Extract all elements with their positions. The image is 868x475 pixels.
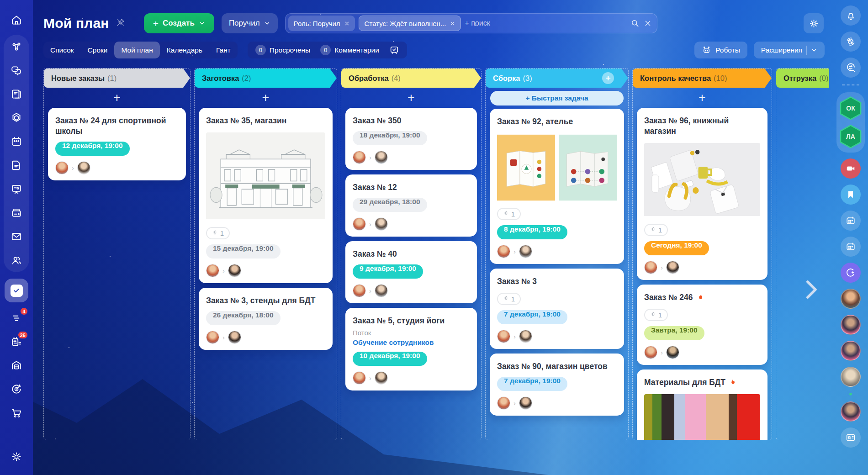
column-header[interactable]: Новые заказы (1) <box>44 69 183 88</box>
column-header[interactable]: Заготовка (2) <box>195 69 330 88</box>
kanban-card[interactable]: Заказ № 350 18 декабря, 19:00 › <box>345 108 477 170</box>
kanban-card[interactable]: Заказ № 12 29 декабря, 18:00 › <box>345 174 477 237</box>
create-button[interactable]: Создать <box>144 13 214 33</box>
robots-button[interactable]: Роботы <box>694 42 747 58</box>
creator-avatar[interactable] <box>206 331 219 344</box>
filter-chip-status[interactable]: Статус: Ждёт выполнен... <box>359 16 461 31</box>
kanban-card[interactable]: Заказ № 96, книжный магазин <box>637 108 767 280</box>
tab-deadlines[interactable]: Сроки <box>81 42 115 58</box>
video-call-button[interactable] <box>841 158 861 179</box>
sidebar-item-crm[interactable] <box>4 106 29 130</box>
kanban-card[interactable]: Заказ № 35, магазин <box>199 108 333 283</box>
assignee-avatar[interactable] <box>666 346 679 359</box>
sidebar-item-shop[interactable] <box>4 401 29 425</box>
sidebar-item-news[interactable] <box>4 82 29 106</box>
kanban-card[interactable]: Заказ № 246 1 Завтра, 19:00 › <box>637 285 767 365</box>
creator-avatar[interactable] <box>206 264 219 277</box>
contact-card-button[interactable] <box>841 428 861 448</box>
sidebar-item-tasks-active[interactable] <box>5 279 28 302</box>
chat-sync-button[interactable] <box>841 58 861 78</box>
add-task-button[interactable]: + <box>341 88 481 108</box>
overdue-counter[interactable]: 0 Просрочены <box>251 45 314 55</box>
creator-avatar[interactable] <box>353 217 366 231</box>
copilot-button[interactable] <box>841 263 861 283</box>
sidebar-item-drive[interactable] <box>4 201 29 225</box>
deadline-badge[interactable]: 18 декабря, 19:00 <box>353 131 427 145</box>
tab-my-plan[interactable]: Мой план <box>114 42 159 58</box>
kanban-card[interactable]: Заказ № 3 1 7 декабря, 19:00 › <box>490 269 624 349</box>
comments-counter[interactable]: 0 Комментарии <box>316 45 383 55</box>
attachments-chip[interactable]: 1 <box>644 309 668 321</box>
creator-avatar[interactable] <box>497 245 510 258</box>
add-task-button[interactable]: + <box>44 88 190 108</box>
kanban-card[interactable]: Заказ № 24 для спортивной школы 12 декаб… <box>48 108 186 180</box>
creator-avatar[interactable] <box>55 161 69 174</box>
tab-gantt[interactable]: Гант <box>209 42 238 58</box>
sidebar-item-whiteboard[interactable] <box>4 177 29 201</box>
assignee-avatar[interactable] <box>375 284 388 297</box>
notifications-button[interactable] <box>841 5 861 26</box>
kanban-card[interactable]: Заказ № 40 9 декабря, 19:00 › <box>345 241 477 303</box>
kanban-card[interactable]: Заказ № 5, студия йоги Поток Обучение со… <box>345 308 477 391</box>
sidebar-item-sales[interactable]: 4 <box>4 306 29 330</box>
deadline-badge[interactable]: 26 декабря, 18:00 <box>206 311 281 325</box>
remove-filter-icon[interactable] <box>450 21 455 26</box>
assignee-avatar[interactable] <box>375 217 388 231</box>
sidebar-item-messenger[interactable] <box>4 58 29 82</box>
attachments-chip[interactable]: 1 <box>497 293 521 305</box>
deadline-badge[interactable]: 10 декабря, 19:00 <box>353 352 427 366</box>
remove-filter-icon[interactable] <box>344 21 349 26</box>
focus-button[interactable] <box>841 32 861 52</box>
deadline-badge[interactable]: 12 декабря, 19:00 <box>55 142 130 156</box>
chat-avatar[interactable] <box>841 401 861 422</box>
creator-avatar[interactable] <box>644 346 657 359</box>
chat-avatar-cat[interactable] <box>841 367 861 387</box>
sidebar-item-home[interactable] <box>4 8 29 32</box>
column-header[interactable]: Отгрузка (0) <box>776 69 829 88</box>
sidebar-item-planner[interactable]: 26 <box>4 330 29 354</box>
tab-calendar[interactable]: Календарь <box>160 42 209 58</box>
sidebar-item-calendar[interactable] <box>4 130 29 153</box>
counter-settings[interactable] <box>385 45 403 55</box>
extensions-button[interactable]: Расширения <box>754 42 825 58</box>
sidebar-item-warehouse[interactable] <box>4 354 29 377</box>
calendar-event-button[interactable] <box>841 211 861 231</box>
assignee-avatar[interactable] <box>375 151 388 164</box>
board-settings-button[interactable] <box>804 13 824 33</box>
sidebar-item-settings[interactable] <box>4 445 29 469</box>
board-scroll-right-button[interactable] <box>803 278 819 303</box>
add-task-button[interactable]: + <box>633 88 772 108</box>
chevron-down-icon[interactable] <box>811 47 817 53</box>
saved-messages-button[interactable] <box>841 185 861 205</box>
creator-avatar[interactable] <box>353 151 366 164</box>
deadline-badge[interactable]: 7 декабря, 19:00 <box>497 310 567 324</box>
deadline-badge[interactable]: 15 декабря, 19:00 <box>206 244 281 259</box>
deadline-badge[interactable]: 7 декабря, 19:00 <box>497 377 567 391</box>
chat-avatar[interactable] <box>841 341 861 361</box>
deadline-badge[interactable]: Завтра, 19:00 <box>644 326 704 340</box>
deadline-badge[interactable]: Сегодня, 19:00 <box>644 241 709 255</box>
attachments-chip[interactable]: 1 <box>644 224 668 236</box>
calendar-event-button-2[interactable] <box>841 237 861 257</box>
search-icon[interactable] <box>630 19 640 28</box>
deadline-badge[interactable]: 8 декабря, 19:00 <box>497 225 567 239</box>
assignee-avatar[interactable] <box>228 331 241 344</box>
unpin-icon[interactable] <box>116 17 126 29</box>
attachments-chip[interactable]: 1 <box>206 227 230 239</box>
search-input[interactable]: + поиск <box>465 19 490 27</box>
kanban-card[interactable]: Заказ № 92, ателье <box>490 109 624 264</box>
clear-search-icon[interactable] <box>644 20 651 27</box>
sidebar-item-mail[interactable] <box>4 225 29 248</box>
kanban-card[interactable]: Заказ № 3, стенды для БДТ 26 декабря, 18… <box>199 288 333 350</box>
creator-avatar[interactable] <box>353 371 366 385</box>
creator-avatar[interactable] <box>644 261 657 274</box>
workgroup-la[interactable]: ЛА <box>839 125 863 148</box>
attachments-chip[interactable]: 1 <box>497 208 521 220</box>
column-header[interactable]: Сборка (3) + <box>486 69 621 88</box>
deadline-badge[interactable]: 29 декабря, 18:00 <box>353 198 427 212</box>
filter-chip-role[interactable]: Роль: Поручил <box>288 16 355 31</box>
kanban-card[interactable]: Материалы для БДТ <box>637 369 767 440</box>
assignee-avatar[interactable] <box>666 261 679 274</box>
add-task-button[interactable]: + <box>195 88 337 108</box>
sidebar-item-company[interactable] <box>4 248 29 272</box>
